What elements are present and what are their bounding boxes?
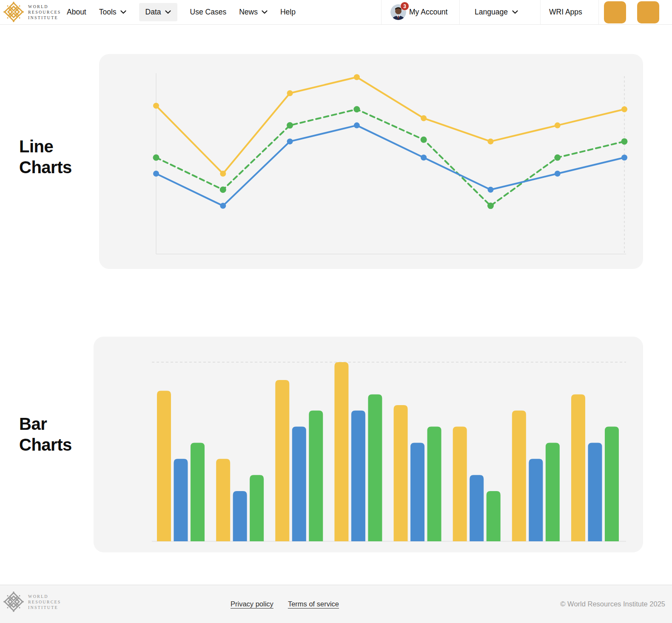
- bar-green: [250, 475, 264, 541]
- line-series-green: [153, 106, 628, 209]
- nav-label: Data: [145, 8, 161, 17]
- copyright-text: © World Resources Institute 2025: [560, 585, 665, 623]
- line-point-yellow: [487, 138, 493, 144]
- nav-item-help[interactable]: Help: [280, 8, 296, 17]
- header: World Resources Institute About Tools Da…: [0, 0, 672, 25]
- header-action-buttons: [598, 0, 672, 24]
- bar-blue: [470, 475, 484, 541]
- line-point-blue: [220, 203, 226, 209]
- line-point-blue: [354, 123, 360, 129]
- nav-item-use-cases[interactable]: Use Cases: [190, 8, 227, 17]
- bar-yellow: [512, 411, 526, 541]
- nav-label: About: [67, 8, 86, 17]
- chevron-down-icon: [165, 10, 171, 14]
- brand: World Resources Institute: [3, 2, 61, 22]
- line-chart-card: [99, 54, 643, 269]
- bar-green: [605, 427, 619, 541]
- bar-blue: [292, 427, 306, 541]
- nav-label: Help: [280, 8, 296, 17]
- line-charts-title: Line Charts: [19, 136, 91, 178]
- line-point-yellow: [287, 90, 293, 96]
- footer: World Resources Institute Privacy policy…: [0, 585, 672, 623]
- line-path-green: [156, 109, 624, 206]
- line-point-blue: [153, 171, 159, 177]
- line-point-green: [353, 106, 360, 112]
- footer-links: Privacy policy Terms of service: [231, 585, 339, 623]
- line-point-green: [487, 203, 494, 209]
- nav-item-news[interactable]: News: [239, 8, 268, 17]
- nav-label: News: [239, 8, 258, 17]
- notification-badge: 3: [400, 2, 409, 11]
- nav-item-data[interactable]: Data: [139, 3, 177, 21]
- bar-group-8: [571, 394, 619, 541]
- bar-yellow: [216, 459, 230, 541]
- chevron-down-icon: [262, 10, 268, 14]
- bar-yellow: [157, 391, 171, 541]
- chevron-down-icon: [512, 10, 518, 14]
- nav-label: Tools: [99, 8, 117, 17]
- bar-yellow: [453, 427, 467, 541]
- language-button[interactable]: Language: [459, 0, 540, 24]
- line-point-green: [421, 137, 427, 143]
- line-path-yellow: [156, 77, 624, 174]
- bar-blue: [233, 491, 247, 541]
- line-point-blue: [621, 154, 627, 160]
- nav-item-about[interactable]: About: [67, 8, 86, 17]
- bar-yellow: [334, 362, 348, 541]
- bar-group-4: [334, 362, 382, 541]
- wri-apps-button[interactable]: WRI Apps: [540, 0, 598, 24]
- bar-blue: [529, 459, 543, 541]
- line-point-yellow: [153, 103, 159, 109]
- bar-blue: [410, 443, 424, 541]
- brand-text: World Resources Institute: [28, 4, 61, 20]
- bar-group-1: [157, 391, 205, 541]
- bar-green: [487, 491, 501, 541]
- bar-blue: [174, 459, 188, 541]
- avatar: 3: [390, 4, 406, 20]
- language-label: Language: [475, 8, 508, 17]
- bar-group-7: [512, 411, 560, 541]
- bar-charts-title: Bar Charts: [19, 414, 91, 455]
- bar-green: [546, 443, 560, 541]
- bar-yellow: [275, 380, 289, 541]
- line-chart: [99, 54, 643, 269]
- bar-blue: [588, 443, 602, 541]
- terms-of-service-link[interactable]: Terms of service: [288, 600, 339, 608]
- bar-green: [427, 427, 441, 541]
- bar-green: [368, 394, 382, 541]
- wri-logo-icon: [3, 592, 24, 612]
- bar-yellow: [571, 394, 585, 541]
- bar-chart: [94, 337, 643, 552]
- privacy-policy-link[interactable]: Privacy policy: [231, 600, 273, 608]
- line-point-green: [220, 186, 226, 193]
- line-path-blue: [156, 126, 624, 206]
- my-account-label: My Account: [409, 8, 447, 17]
- my-account-button[interactable]: 3 My Account: [381, 0, 459, 24]
- line-point-green: [287, 122, 293, 129]
- main-nav: About Tools Data Use Cases News Help: [67, 0, 296, 24]
- nav-item-tools[interactable]: Tools: [99, 8, 126, 17]
- nav-label: Use Cases: [190, 8, 227, 17]
- line-series-yellow: [153, 74, 627, 177]
- wri-apps-label: WRI Apps: [549, 8, 582, 17]
- bar-yellow: [394, 405, 408, 541]
- line-point-yellow: [555, 123, 561, 129]
- line-point-green: [554, 154, 561, 161]
- footer-brand-text: World Resources Institute: [28, 594, 61, 610]
- line-series-blue: [153, 123, 627, 209]
- line-point-blue: [555, 171, 561, 177]
- bar-green: [309, 411, 323, 541]
- bar-group-6: [453, 427, 501, 541]
- page: World Resources Institute About Tools Da…: [0, 0, 672, 623]
- yellow-square-button-1[interactable]: [604, 1, 626, 23]
- bar-green: [191, 443, 205, 541]
- yellow-square-button-2[interactable]: [637, 1, 659, 23]
- bar-blue: [351, 411, 365, 541]
- line-point-yellow: [354, 74, 360, 80]
- line-point-blue: [487, 187, 493, 193]
- header-right: 3 My Account Language WRI Apps: [381, 0, 672, 24]
- line-point-yellow: [421, 115, 427, 121]
- line-point-yellow: [220, 171, 226, 177]
- line-point-blue: [421, 154, 427, 160]
- line-point-blue: [287, 138, 293, 144]
